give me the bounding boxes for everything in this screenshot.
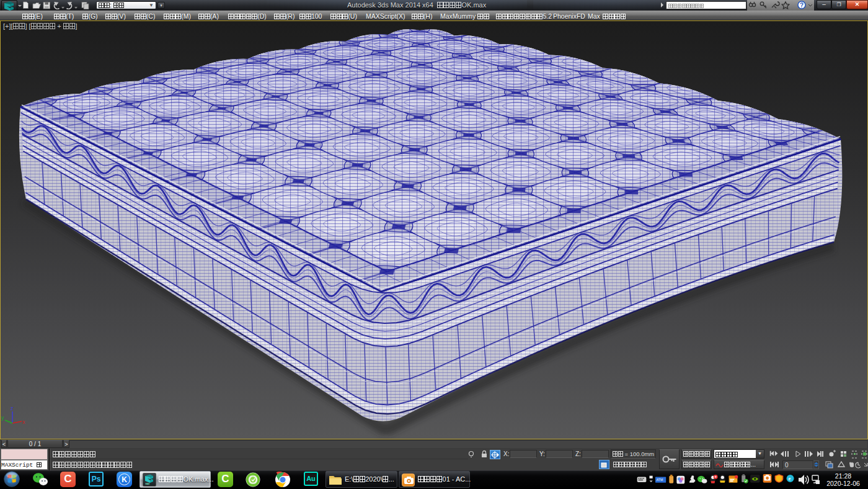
svg-text:x: x — [22, 419, 25, 425]
svg-text:ATM: ATM — [657, 478, 663, 482]
svg-text:z: z — [11, 405, 14, 411]
svg-text:e: e — [789, 475, 791, 482]
svg-text:y: y — [1, 415, 4, 421]
svg-text:?: ? — [800, 2, 804, 9]
svg-text:MAX: MAX — [146, 483, 151, 485]
